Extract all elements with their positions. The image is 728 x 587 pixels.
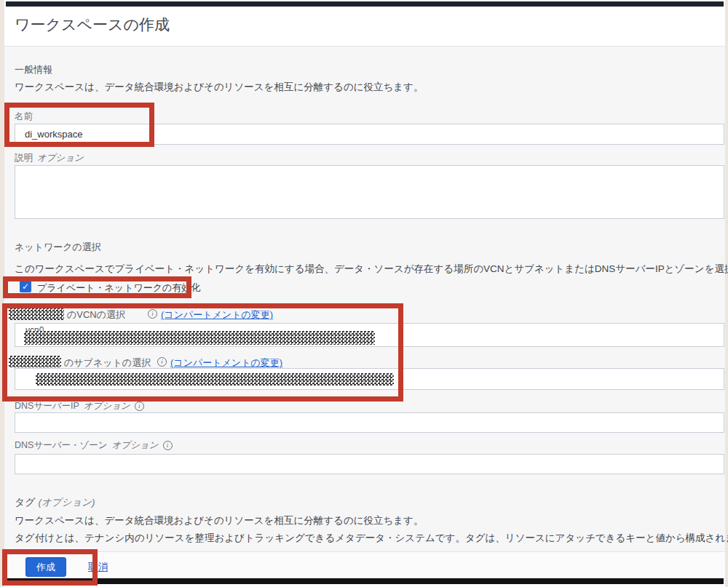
private-network-checkbox-label: プライベート・ネットワークの有効化 xyxy=(37,281,200,295)
info-icon-glyph: i xyxy=(161,358,163,365)
subnet-select[interactable] xyxy=(15,368,724,390)
page-title: ワークスペースの作成 xyxy=(15,15,170,35)
top-black-bar xyxy=(6,1,724,7)
tags-description-1: ワークスペースは、データ統合環境およびそのリソースを相互に分離するのに役立ちます… xyxy=(15,514,423,527)
redacted-vcn-value xyxy=(24,331,375,345)
tags-heading-text: タグ xyxy=(15,496,36,508)
content-background xyxy=(4,47,725,551)
dns-ip-label: DNSサーバーIP オプション i xyxy=(15,400,144,412)
vcn-change-compartment-link[interactable]: (コンパートメントの変更) xyxy=(161,308,273,322)
right-edge-strip xyxy=(725,0,728,587)
network-description: このワークスペースでプライベート・ネットワークを有効にする場合、データ・ソースが… xyxy=(15,263,728,276)
dns-zone-label: DNSサーバー・ゾーン オプション i xyxy=(15,439,173,452)
redacted-subnet-value xyxy=(36,373,394,386)
name-input[interactable] xyxy=(15,124,724,145)
cancel-link[interactable]: 取消 xyxy=(88,561,108,574)
network-heading: ネットワークの選択 xyxy=(15,241,101,254)
info-icon[interactable]: i xyxy=(148,309,157,319)
tags-description-2: タグ付けとは、テナンシ内のリソースを整理およびトラッキングできるメタデータ・シス… xyxy=(15,532,728,545)
dns-ip-input[interactable] xyxy=(15,412,724,433)
dns-zone-optional-text: オプション xyxy=(112,439,159,452)
redacted-compartment-name-vcn xyxy=(9,308,64,320)
info-icon-glyph: i xyxy=(151,310,154,317)
name-label: 名前 xyxy=(15,111,33,123)
info-icon-glyph: i xyxy=(167,442,169,449)
info-icon[interactable]: i xyxy=(163,441,173,450)
description-label: 説明 オプション xyxy=(15,152,84,164)
description-label-text: 説明 xyxy=(15,152,33,164)
tags-optional-text: (オプション) xyxy=(39,497,95,508)
info-icon[interactable]: i xyxy=(135,402,144,411)
description-optional-text: オプション xyxy=(37,152,84,164)
vcn-select[interactable]: vcn0 xyxy=(15,323,724,347)
vcn-select-label: のVCNの選択 xyxy=(67,308,125,322)
dns-ip-label-text: DNSサーバーIP xyxy=(15,400,79,412)
description-textarea[interactable] xyxy=(15,165,724,219)
dns-ip-optional-text: オプション xyxy=(84,400,130,412)
bottom-black-bar xyxy=(4,578,724,584)
dns-zone-input[interactable] xyxy=(15,454,724,474)
dns-zone-label-text: DNSサーバー・ゾーン xyxy=(15,439,108,452)
general-info-description: ワークスペースは、データ統合環境およびそのリソースを相互に分離するのに役立ちます… xyxy=(15,81,423,94)
check-icon: ✓ xyxy=(22,281,29,292)
footer-background xyxy=(4,551,725,578)
redacted-compartment-name-subnet xyxy=(9,356,61,367)
private-network-checkbox[interactable]: ✓ xyxy=(20,281,31,292)
create-button[interactable]: 作成 xyxy=(25,557,66,577)
general-info-heading: 一般情報 xyxy=(15,63,52,76)
create-workspace-dialog: ワークスペースの作成 一般情報 ワークスペースは、データ統合環境およびそのリソー… xyxy=(0,0,728,587)
tags-heading: タグ (オプション) xyxy=(15,496,95,509)
info-icon[interactable]: i xyxy=(157,357,167,367)
info-icon-glyph: i xyxy=(138,402,141,410)
